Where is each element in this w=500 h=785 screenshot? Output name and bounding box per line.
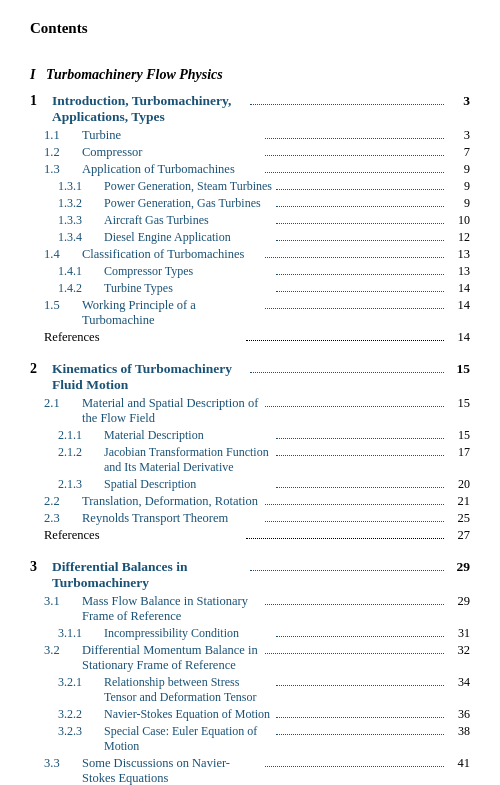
subsection-1-4-2: 1.4.2 Turbine Types 14 bbox=[30, 281, 470, 296]
subsection-1-3-2: 1.3.2 Power Generation, Gas Turbines 9 bbox=[30, 196, 470, 211]
section-1-4: 1.4 Classification of Turbomachines 13 bbox=[30, 247, 470, 262]
section-3-1-page: 29 bbox=[448, 594, 470, 609]
chapter-3-row: 3 Differential Balances in Turbomachiner… bbox=[30, 559, 470, 591]
subsection-3-2-2-page: 36 bbox=[448, 707, 470, 722]
subsection-1-3-3-title: Aircraft Gas Turbines bbox=[104, 213, 272, 228]
subsection-2-1-3: 2.1.3 Spatial Description 20 bbox=[30, 477, 470, 492]
subsection-1-3-2-title: Power Generation, Gas Turbines bbox=[104, 196, 272, 211]
section-1-3-title: Application of Turbomachines bbox=[82, 162, 261, 177]
subsection-3-1-1-number: 3.1.1 bbox=[58, 626, 104, 641]
section-2-3: 2.3 Reynolds Transport Theorem 25 bbox=[30, 511, 470, 526]
subsection-1-4-2-title: Turbine Types bbox=[104, 281, 272, 296]
subsection-1-4-1-title: Compressor Types bbox=[104, 264, 272, 279]
section-2-1-number: 2.1 bbox=[44, 396, 82, 411]
section-1-2-number: 1.2 bbox=[44, 145, 82, 160]
section-2-2-title: Translation, Deformation, Rotation bbox=[82, 494, 261, 509]
section-3-2-number: 3.2 bbox=[44, 643, 82, 658]
subsection-3-1-1-title: Incompressibility Condition bbox=[104, 626, 272, 641]
subsection-2-1-2: 2.1.2 Jacobian Transformation Function a… bbox=[30, 445, 470, 475]
subsection-1-4-1-page: 13 bbox=[448, 264, 470, 279]
chapter-2-number: 2 bbox=[30, 361, 48, 377]
chapter-1-references: References 14 bbox=[30, 330, 470, 345]
subsection-1-3-3-page: 10 bbox=[448, 213, 470, 228]
subsection-2-1-1-title: Material Description bbox=[104, 428, 272, 443]
chapter-2-references: References 27 bbox=[30, 528, 470, 543]
subsection-1-3-1: 1.3.1 Power Generation, Steam Turbines 9 bbox=[30, 179, 470, 194]
section-1-1: 1.1 Turbine 3 bbox=[30, 128, 470, 143]
section-2-1-page: 15 bbox=[448, 396, 470, 411]
section-2-2: 2.2 Translation, Deformation, Rotation 2… bbox=[30, 494, 470, 509]
page-title: Contents bbox=[30, 20, 470, 37]
section-2-2-number: 2.2 bbox=[44, 494, 82, 509]
subsection-3-2-2-title: Navier-Stokes Equation of Motion bbox=[104, 707, 272, 722]
section-3-3-number: 3.3 bbox=[44, 756, 82, 771]
subsection-1-3-3-number: 1.3.3 bbox=[58, 213, 104, 228]
section-1-1-title: Turbine bbox=[82, 128, 261, 143]
subsection-1-4-1: 1.4.1 Compressor Types 13 bbox=[30, 264, 470, 279]
chapter-2-row: 2 Kinematics of Turbomachinery Fluid Mot… bbox=[30, 361, 470, 393]
section-1-1-page: 3 bbox=[448, 128, 470, 143]
section-2-1: 2.1 Material and Spatial Description of … bbox=[30, 396, 470, 426]
chapter-3: 3 Differential Balances in Turbomachiner… bbox=[30, 559, 470, 785]
subsection-2-1-3-number: 2.1.3 bbox=[58, 477, 104, 492]
subsection-1-3-1-number: 1.3.1 bbox=[58, 179, 104, 194]
section-3-2: 3.2 Differential Momentum Balance in Sta… bbox=[30, 643, 470, 673]
section-3-3-page: 41 bbox=[448, 756, 470, 771]
subsection-2-1-1-number: 2.1.1 bbox=[58, 428, 104, 443]
subsection-3-2-3-page: 38 bbox=[448, 724, 470, 739]
subsection-2-1-3-title: Spatial Description bbox=[104, 477, 272, 492]
chapter-1-page: 3 bbox=[448, 93, 470, 109]
chapter-3-page: 29 bbox=[448, 559, 470, 575]
subsection-1-3-3: 1.3.3 Aircraft Gas Turbines 10 bbox=[30, 213, 470, 228]
section-2-3-title: Reynolds Transport Theorem bbox=[82, 511, 261, 526]
subsection-1-3-1-title: Power Generation, Steam Turbines bbox=[104, 179, 272, 194]
subsection-3-2-3-number: 3.2.3 bbox=[58, 724, 104, 739]
subsection-3-2-2: 3.2.2 Navier-Stokes Equation of Motion 3… bbox=[30, 707, 470, 722]
references-1-label: References bbox=[44, 330, 242, 345]
section-3-1-title: Mass Flow Balance in Stationary Frame of… bbox=[82, 594, 261, 624]
chapter-1-number: 1 bbox=[30, 93, 48, 109]
references-2-page: 27 bbox=[448, 528, 470, 543]
section-2-3-number: 2.3 bbox=[44, 511, 82, 526]
section-1-5-number: 1.5 bbox=[44, 298, 82, 313]
chapter-2-title: Kinematics of Turbomachinery Fluid Motio… bbox=[52, 361, 246, 393]
section-2-3-page: 25 bbox=[448, 511, 470, 526]
subsection-2-1-1-page: 15 bbox=[448, 428, 470, 443]
subsection-2-1-2-number: 2.1.2 bbox=[58, 445, 104, 460]
chapter-3-title: Differential Balances in Turbomachinery bbox=[52, 559, 246, 591]
chapter-1-title: Introduction, Turbomachinery, Applicatio… bbox=[52, 93, 246, 125]
subsection-1-3-4-number: 1.3.4 bbox=[58, 230, 104, 245]
subsection-3-1-1: 3.1.1 Incompressibility Condition 31 bbox=[30, 626, 470, 641]
subsection-1-4-1-number: 1.4.1 bbox=[58, 264, 104, 279]
section-2-1-title: Material and Spatial Description of the … bbox=[82, 396, 261, 426]
subsection-1-4-2-number: 1.4.2 bbox=[58, 281, 104, 296]
subsection-3-2-1-title: Relationship between Stress Tensor and D… bbox=[104, 675, 272, 705]
subsection-2-1-2-title: Jacobian Transformation Function and Its… bbox=[104, 445, 272, 475]
subsection-1-3-4-title: Diesel Engine Application bbox=[104, 230, 272, 245]
subsection-3-2-2-number: 3.2.2 bbox=[58, 707, 104, 722]
section-1-2: 1.2 Compressor 7 bbox=[30, 145, 470, 160]
subsection-1-3-1-page: 9 bbox=[448, 179, 470, 194]
section-3-3-title: Some Discussions on Navier-Stokes Equati… bbox=[82, 756, 261, 785]
subsection-1-4-2-page: 14 bbox=[448, 281, 470, 296]
section-1-5-page: 14 bbox=[448, 298, 470, 313]
part-title: Turbomachinery Flow Physics bbox=[46, 67, 223, 82]
chapter-1-row: 1 Introduction, Turbomachinery, Applicat… bbox=[30, 93, 470, 125]
part-heading: I Turbomachinery Flow Physics bbox=[30, 67, 470, 83]
section-3-1-number: 3.1 bbox=[44, 594, 82, 609]
section-3-3: 3.3 Some Discussions on Navier-Stokes Eq… bbox=[30, 756, 470, 785]
section-1-5: 1.5 Working Principle of a Turbomachine … bbox=[30, 298, 470, 328]
references-2-label: References bbox=[44, 528, 242, 543]
subsection-3-2-1-number: 3.2.1 bbox=[58, 675, 104, 690]
subsection-1-3-2-page: 9 bbox=[448, 196, 470, 211]
section-1-4-number: 1.4 bbox=[44, 247, 82, 262]
section-2-2-page: 21 bbox=[448, 494, 470, 509]
section-3-2-title: Differential Momentum Balance in Station… bbox=[82, 643, 261, 673]
section-1-1-number: 1.1 bbox=[44, 128, 82, 143]
subsection-2-1-2-page: 17 bbox=[448, 445, 470, 460]
subsection-3-1-1-page: 31 bbox=[448, 626, 470, 641]
section-1-5-title: Working Principle of a Turbomachine bbox=[82, 298, 261, 328]
subsection-3-2-3-title: Special Case: Euler Equation of Motion bbox=[104, 724, 272, 754]
subsection-2-1-1: 2.1.1 Material Description 15 bbox=[30, 428, 470, 443]
subsection-3-2-1: 3.2.1 Relationship between Stress Tensor… bbox=[30, 675, 470, 705]
